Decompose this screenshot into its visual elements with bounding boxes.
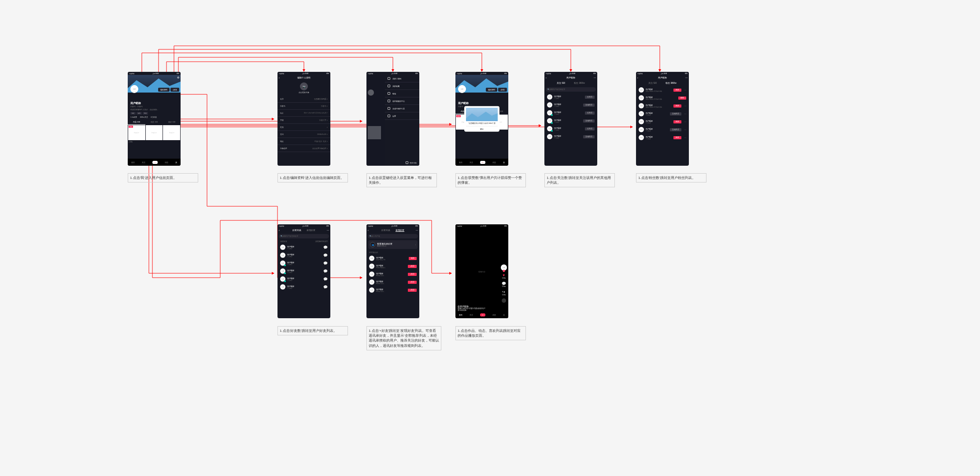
follow-button[interactable]: +关注 [408,273,417,276]
user-row[interactable]: 头像用户昵称相似达人@人+关注 [366,286,419,294]
search-input[interactable]: 🔍 搜索用户备注或名字 [279,234,329,238]
back-icon[interactable]: ‹ [546,76,547,79]
sort-label[interactable]: 按更新时间排序 [315,241,328,242]
user-row[interactable]: 头像用户昵称和成员都是达人+关注 [366,262,419,270]
work-item[interactable]: 作品展示 [163,125,180,140]
comment-button[interactable]: 💬12.5w [502,282,506,287]
back-icon[interactable]: ‹ [279,76,280,79]
tab-discover[interactable]: 发现好友 [307,229,315,231]
chat-icon[interactable]: 💬 [323,285,328,289]
nav-me[interactable]: 我 [175,161,177,164]
search-input[interactable]: 🔍 搜索用户备注或名字 [546,87,596,92]
tab-fans[interactable]: 粉丝 3800w [666,82,677,84]
user-row[interactable]: 头像用户昵称个人简介💬 [277,275,330,283]
gear-icon[interactable]: ⚙ [177,76,179,79]
follow-button[interactable]: +关注 [408,265,417,268]
avatar[interactable]: 头像 [130,85,138,93]
more-icon[interactable]: ⋯ [327,229,329,231]
user-row[interactable]: 头像用户昵称该用户未填写 部分操作说明回关⋯ [636,102,689,110]
bio-prompt[interactable]: 你还没有填写个人简介，点击添加... [130,109,178,111]
user-row[interactable]: 头像用户昵称个人简介已关注 [544,93,597,101]
form-gender[interactable]: 性别> [277,124,330,131]
followed-button[interactable]: 已关注 [585,96,595,99]
user-row[interactable]: 头像用户昵称个人简介互相关注 [544,133,597,141]
user-row[interactable]: 头像用户昵称个人简介互相关注 [544,101,597,109]
back-icon[interactable]: ‹ [368,229,369,231]
more-icon[interactable]: ⋯ [685,76,688,79]
add-friend-button[interactable]: +好友 [170,88,179,92]
back-icon[interactable]: ‹ [279,229,280,231]
chat-icon[interactable]: 💬 [323,269,328,273]
user-row[interactable]: 头像用户昵称个人简介已关注 [544,125,597,133]
back-icon[interactable]: ‹ [637,76,638,79]
chat-icon[interactable]: 💬 [323,277,328,281]
mutual-button[interactable]: 互相关注 [583,104,595,107]
tab-discover[interactable]: 发现好友 [396,229,404,232]
user-row[interactable]: 头像用户昵称个人简介💬 [277,251,330,259]
more-icon[interactable]: ⋯ [594,76,596,79]
followed-button[interactable]: 已关注 [585,112,595,115]
remove-button[interactable]: 移除 [678,97,686,100]
praise-count[interactable]: 1.2w获赞 [130,116,137,118]
more-icon[interactable]: ⋯ [684,89,686,91]
form-region[interactable]: 地区中国·北京·北京 > [277,138,330,145]
tab-likes[interactable]: 喜欢 100 [163,119,181,125]
mutual-button[interactable]: 互相关注 [670,112,681,115]
mutual-button[interactable]: 互相关注 [583,119,595,123]
menu-creator[interactable]: 创作者服务中心 [385,97,419,105]
tab-friends[interactable]: 好友列表 [292,229,301,231]
nav-plus[interactable]: ＋ [152,161,158,164]
dialog-confirm-button[interactable]: 确认 [466,126,498,130]
tab-dynamic[interactable]: 动态 100 [145,119,163,125]
tab-works[interactable]: 作品 100 [128,119,145,125]
user-row[interactable]: 头像用户昵称该用户未填写 部分操作说明移除 [636,94,689,102]
chat-icon[interactable]: 💬 [323,245,328,249]
menu-qrcode[interactable]: 我的二维码 [385,75,419,82]
user-row[interactable]: 头像用户昵称相似达人@人+关注 [366,270,419,278]
more-icon[interactable]: ⋯ [416,229,418,231]
form-pendant[interactable]: 头像挂件点击设置头像挂件 > [277,145,330,152]
nav-message[interactable]: 消息 [165,161,168,164]
user-row[interactable]: 头像用户昵称个人简介💬 [277,259,330,267]
author-avatar[interactable]: 头像+ [501,264,507,271]
tab-following[interactable]: 关注 520 [648,82,657,84]
form-id[interactable]: 抖音号抖音号 > [277,103,330,110]
user-row[interactable]: 头像用户昵称个人简介已关注 [544,109,597,117]
change-avatar-label[interactable]: 点击更换头像 [277,91,330,93]
contacts-card[interactable]: 👥 查看通讯录好友看看有没有认识 › [368,240,418,249]
form-name[interactable]: 名字去西藏拍海鸥蛋 > [277,96,330,103]
work-item[interactable]: 作品展示 [146,125,163,140]
user-row[interactable]: 头像用户昵称该用户未填写 部分操作说明回关⋯ [636,86,689,94]
tab-friends[interactable]: 好友列表 [381,229,390,232]
edit-profile-button[interactable]: 编辑资料 [158,88,170,92]
tab-fans[interactable]: 粉丝 3800w [574,82,585,84]
menu-minor[interactable]: 未成年保护工具 [385,105,419,112]
form-school[interactable]: 学校抖音大学 > [277,117,330,124]
more-functions[interactable]: 更多功能 [406,161,417,164]
user-row[interactable]: 头像用户昵称相似达人@人+关注 [366,278,419,286]
form-birthday[interactable]: 生日2000-05-20 > [277,131,330,138]
like-button[interactable]: ♥12.5w [502,273,506,279]
share-button[interactable]: ↪12.5w [502,290,506,296]
user-row[interactable]: 头像用户昵称个人简介互相关注⋯ [636,126,689,134]
follow-button[interactable]: +关注 [408,281,417,284]
user-row[interactable]: 头像用户昵称该用户关注了你回关 [366,254,419,262]
menu-wallet[interactable]: 钱包 [385,90,419,97]
tab-following[interactable]: 关注 520 [557,82,565,84]
username-input[interactable]: 🔍 输入用户名 [368,234,418,238]
menu-settings[interactable]: 设置 [385,112,419,120]
user-row[interactable]: 头像用户昵称个人简介回关⋯ [636,118,689,126]
music-disc-icon[interactable] [502,298,506,303]
user-row[interactable]: 头像用户昵称个人简介回关⋯ [636,134,689,141]
chat-icon[interactable]: 💬 [323,253,328,257]
menu-favorites[interactable]: 我的收藏 [385,82,419,90]
following-count[interactable]: 1000w关注 [140,116,148,118]
nav-follow[interactable]: 关注 [142,161,145,164]
video-content[interactable]: 视频内容 [478,270,485,272]
nav-home[interactable]: 首页 [131,161,135,164]
chat-icon[interactable]: 💬 [323,261,328,265]
user-row[interactable]: 头像用户昵称个人简介💬 [277,283,330,291]
follow-button[interactable]: +关注 [408,289,417,292]
avatar-upload[interactable]: 📷 [300,82,308,90]
user-row[interactable]: 头像用户昵称个人简介互相关注 [544,117,597,125]
